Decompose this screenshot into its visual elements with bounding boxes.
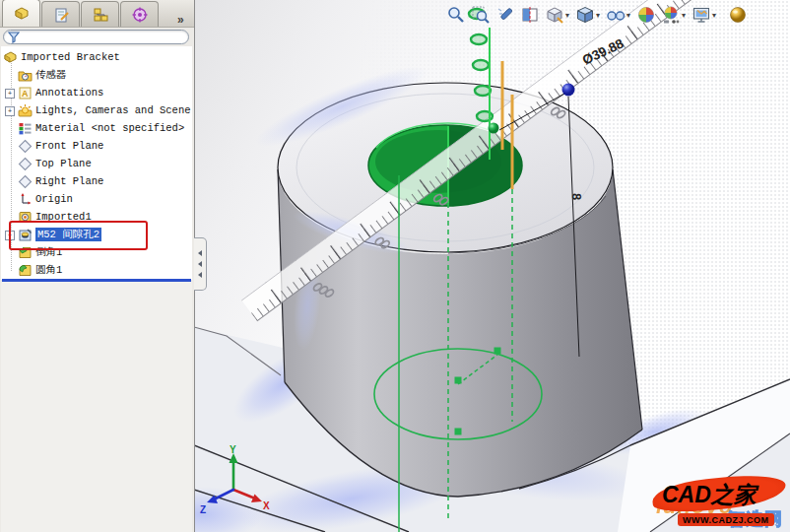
tree-item-lights-cameras[interactable]: + Lights, Cameras and Scene [0, 101, 194, 119]
panel-empty-area [1, 282, 192, 532]
panel-tab-bar: » [0, 0, 194, 28]
lights-cameras-icon [18, 103, 33, 118]
watermark-title: CAD之家 [662, 480, 757, 510]
tree-item-fillet1[interactable]: 圆角1 [0, 261, 194, 279]
apply-scene-icon[interactable] [659, 3, 683, 27]
tree-item-right-plane[interactable]: Right Plane [0, 172, 194, 190]
annotations-icon: A [18, 86, 33, 100]
heads-up-toolbar: ▾ ▾ ▾ ▾ ▾ [444, 2, 750, 28]
triad-x-label: X [263, 500, 270, 511]
configurationmanager-tab-icon [92, 6, 109, 24]
expand-toggle[interactable]: + [5, 89, 15, 99]
part-icon [3, 50, 18, 65]
tab-dimxpertmanager[interactable] [120, 1, 159, 27]
expand-toggle[interactable]: + [5, 231, 15, 240]
triad-y-label: Y [230, 444, 236, 455]
tree-item-chamfer1[interactable]: 倒角1 [0, 243, 194, 261]
zoom-to-area-icon[interactable] [469, 3, 493, 27]
model-scene[interactable]: Ø39.88 8 Y X Z [194, 0, 790, 532]
tree-item-origin[interactable]: Origin [0, 190, 194, 208]
featuremanager-panel: » Imported Bracket 传感器 + A Ann [0, 0, 195, 532]
propertymanager-tab-icon [52, 6, 70, 24]
featuremanager-tree-tab-icon [13, 5, 31, 23]
material-icon [18, 121, 33, 136]
gold-sphere-icon[interactable] [726, 3, 750, 27]
plane-icon [18, 139, 33, 154]
chevron-down-icon[interactable]: ▾ [712, 11, 719, 20]
tab-configurationmanager[interactable] [81, 1, 119, 27]
plane-icon [18, 174, 33, 189]
tree-filter-box [3, 30, 189, 44]
section-view-icon[interactable] [518, 3, 542, 27]
tree-item-front-plane[interactable]: Front Plane [0, 137, 194, 155]
chamfer-feature-icon [18, 245, 33, 260]
view-orientation-icon[interactable] [543, 3, 566, 27]
filter-input[interactable] [20, 31, 188, 43]
tree-item-material[interactable]: Material <not specified> [0, 119, 194, 137]
tab-featuremanager-tree[interactable] [2, 0, 40, 27]
hide-show-items-icon[interactable] [604, 3, 627, 27]
dimension-handle-green[interactable] [489, 123, 499, 134]
tab-propertymanager[interactable] [41, 1, 80, 27]
origin-icon [18, 192, 33, 207]
collapse-arrow-icon [198, 261, 202, 267]
hole-feature-icon [18, 228, 33, 242]
tree-item-sensors[interactable]: 传感器 [0, 66, 194, 84]
tree-item-top-plane[interactable]: Top Plane [0, 155, 194, 172]
watermark-url-strip: WWW.CADZJ.COM [678, 513, 774, 526]
tree-item-imported1[interactable]: Imported1 [0, 208, 194, 226]
dimxpertmanager-tab-icon [131, 6, 149, 24]
view-settings-icon[interactable] [690, 3, 713, 27]
plane-icon [18, 157, 33, 171]
panel-splitter-handle[interactable] [194, 237, 207, 291]
tab-overflow-chevron[interactable]: » [177, 13, 182, 27]
tree-item-annotations[interactable]: + A Annotations [0, 84, 194, 101]
dimension-handle-blue[interactable] [562, 84, 575, 97]
fillet-feature-icon [18, 263, 33, 278]
chevron-down-icon[interactable]: ▾ [682, 11, 689, 20]
solidworks-window: Ø39.88 8 Y X Z ▾ [0, 0, 790, 532]
expand-toggle[interactable]: + [5, 106, 15, 116]
feature-tree: Imported Bracket 传感器 + A Annotations + L… [0, 48, 194, 279]
collapse-arrow-icon [198, 250, 202, 256]
zoom-to-fit-icon[interactable] [444, 3, 468, 27]
previous-view-icon[interactable] [494, 3, 517, 27]
filter-funnel-icon [8, 32, 20, 43]
watermark-url: WWW.CADZJ.COM [683, 515, 769, 525]
collapse-arrow-icon [198, 272, 202, 278]
chevron-down-icon[interactable]: ▾ [565, 11, 572, 20]
imported-feature-icon [18, 210, 33, 225]
display-style-icon[interactable] [573, 3, 597, 27]
sensors-folder-icon [18, 68, 33, 83]
depth-dimension[interactable]: 8 [569, 193, 584, 200]
tree-item-m52-clearance-hole[interactable]: + M52 间隙孔2 [0, 226, 194, 243]
chevron-down-icon[interactable]: ▾ [596, 11, 603, 20]
tree-item-imported-bracket[interactable]: Imported Bracket [0, 48, 194, 66]
selected-item-label: M52 间隙孔2 [35, 228, 101, 241]
triad-z-label: Z [200, 504, 206, 515]
edit-appearance-icon[interactable] [634, 3, 658, 27]
svg-text:A: A [22, 89, 29, 99]
chevron-down-icon[interactable]: ▾ [626, 11, 633, 20]
watermark-logo: lunovo 智造网 CAD之家 WWW.CADZJ.COM [650, 472, 790, 532]
